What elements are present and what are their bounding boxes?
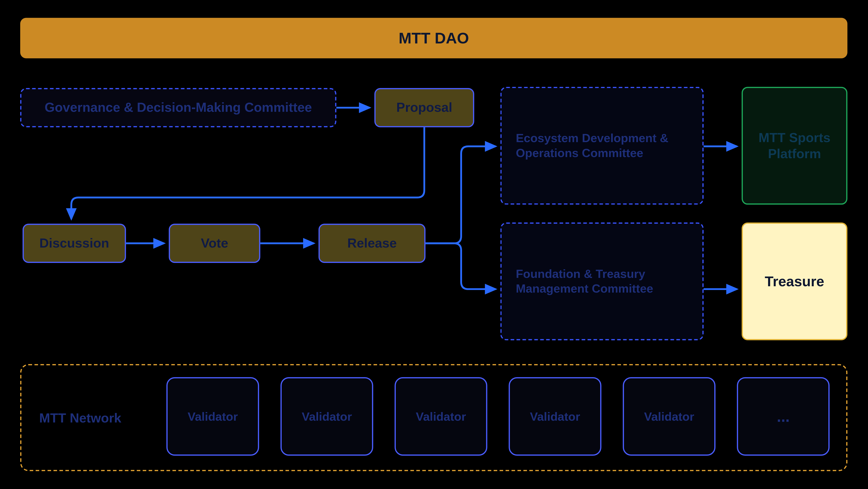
proposal-box: Proposal (374, 88, 474, 127)
foundation-committee-box: Foundation & Treasury Management Committ… (500, 223, 704, 340)
validator-box-1: Validator (166, 377, 259, 456)
validator-box-4: Validator (508, 377, 601, 456)
ecosystem-committee-box: Ecosystem Development & Operations Commi… (500, 87, 704, 205)
sports-platform-box: MTT Sports Platform (742, 87, 847, 205)
ecosystem-label: Ecosystem Development & Operations Commi… (516, 131, 695, 161)
validator-label: Validator (302, 409, 352, 424)
validator-label: Validator (530, 409, 580, 424)
release-label: Release (347, 235, 397, 251)
treasure-label: Treasure (765, 272, 824, 290)
sports-label: MTT Sports Platform (750, 130, 839, 162)
header-title: MTT DAO (399, 29, 469, 48)
vote-label: Vote (201, 235, 228, 251)
proposal-label: Proposal (396, 99, 452, 116)
treasure-box: Treasure (742, 223, 847, 340)
validator-box-5: Validator (623, 377, 715, 456)
foundation-label: Foundation & Treasury Management Committ… (516, 266, 695, 296)
governance-label: Governance & Decision-Making Committee (44, 99, 312, 116)
validator-box-3: Validator (395, 377, 487, 456)
network-label: MTT Network (39, 410, 121, 426)
arrow-release-foundation (426, 243, 495, 289)
release-box: Release (318, 224, 426, 263)
validator-more-label: ... (777, 407, 789, 426)
validator-box-more: ... (737, 377, 830, 456)
validator-label: Validator (188, 409, 238, 424)
vote-box: Vote (169, 224, 260, 263)
validator-box-2: Validator (281, 377, 373, 456)
validator-label: Validator (644, 409, 694, 424)
governance-committee-box: Governance & Decision-Making Committee (20, 88, 336, 127)
header-bar: MTT DAO (20, 18, 847, 58)
discussion-label: Discussion (39, 235, 109, 251)
arrow-proposal-discussion (71, 127, 424, 219)
arrow-release-ecosystem (426, 146, 495, 243)
discussion-box: Discussion (23, 224, 126, 263)
validator-label: Validator (416, 409, 466, 424)
